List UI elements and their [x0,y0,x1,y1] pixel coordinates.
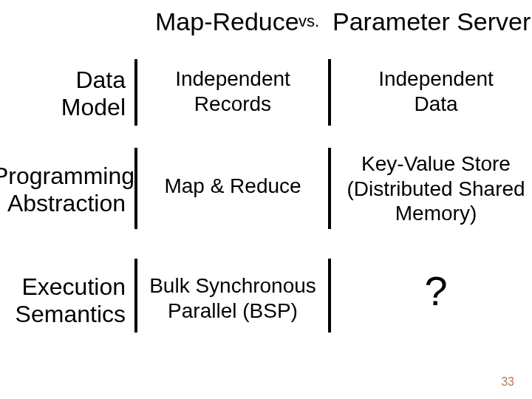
divider [134,148,137,229]
cell-data-model-mapreduce: IndependentRecords [140,66,325,116]
slide: { "title": { "left": "Map-Reduce", "vs":… [0,0,532,399]
cell-prog-mapreduce: Map & Reduce [140,174,325,199]
title-left: Map-Reduce [155,7,299,36]
divider [328,59,331,126]
title-vs: vs. [299,12,319,31]
title-row: Map-Reduce vs. Parameter Server [0,7,532,44]
row-label-execution-semantics: ExecutionSemantics [0,273,126,328]
page-number: 33 [501,375,514,389]
divider [134,59,137,126]
row-label-programming-abstraction: ProgrammingAbstraction [0,163,126,217]
cell-prog-ps: Key-Value Store(Distributed SharedMemory… [329,151,532,226]
title-right: Parameter Server [332,7,531,36]
cell-exec-ps: ? [369,266,502,316]
cell-exec-mapreduce: Bulk SynchronousParallel (BSP) [137,273,329,323]
cell-data-model-ps: IndependentData [340,66,532,116]
row-label-data-model: DataModel [0,66,126,121]
